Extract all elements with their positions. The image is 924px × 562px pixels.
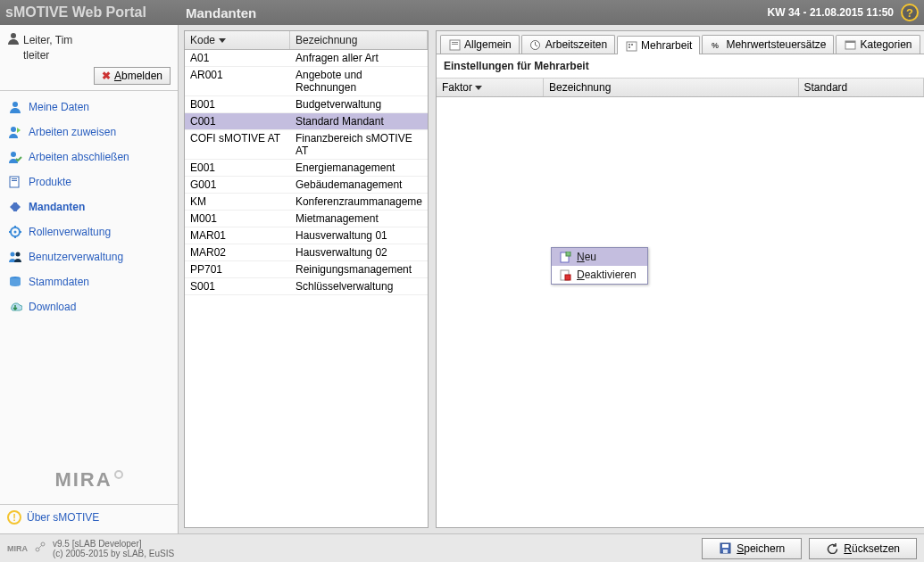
new-file-icon [559, 251, 571, 263]
footer-logo: MIRA [7, 544, 28, 553]
about-link[interactable]: ! Über sMOTIVE [7, 510, 171, 525]
mandanten-icon [7, 200, 23, 214]
svg-rect-7 [13, 202, 17, 211]
kategorien-tab-icon [844, 38, 856, 51]
sidebar-item-label: Download [29, 301, 76, 313]
sidebar-item-label: Mandanten [29, 201, 85, 213]
col-header-kode[interactable]: Kode [185, 31, 290, 49]
cell-kode: PP701 [185, 261, 290, 277]
sidebar-item-label: Produkte [29, 176, 71, 188]
sidebar-item-stammdaten[interactable]: Stammdaten [0, 269, 178, 294]
brand-title: sMOTIVE Web Portal [5, 4, 179, 21]
download-icon [7, 300, 23, 314]
table-row[interactable]: B001Budgetverwaltung [185, 96, 428, 113]
table-row[interactable]: AR001Angebote und Rechnungen [185, 67, 428, 96]
cell-kode: KM [185, 194, 290, 210]
cell-kode: C001 [185, 113, 290, 129]
arbeiten-zuweisen-icon [7, 125, 23, 139]
svg-point-9 [14, 231, 17, 234]
svg-rect-32 [722, 544, 728, 548]
cell-bezeichnung: Hausverwaltung 01 [290, 227, 428, 244]
tab-mwst[interactable]: %Mehrwertsteuersätze [702, 35, 834, 54]
table-row[interactable]: MAR02Hausverwaltung 02 [185, 244, 428, 261]
sidebar-item-meine-daten[interactable]: Meine Daten [0, 95, 178, 120]
nav: Meine DatenArbeiten zuweisenArbeiten abs… [0, 90, 178, 323]
cell-bezeichnung: Finanzbereich sMOTIVE AT [290, 130, 428, 159]
svg-point-28 [36, 548, 39, 551]
svg-rect-15 [452, 44, 458, 45]
sidebar-item-label: Stammdaten [29, 276, 89, 288]
stammdaten-icon [7, 275, 23, 289]
tab-kategorien[interactable]: Kategorien [836, 35, 920, 54]
sidebar-item-label: Meine Daten [29, 101, 89, 113]
mwst-tab-icon: % [710, 38, 722, 51]
sidebar-item-rollenverwaltung[interactable]: Rollenverwaltung [0, 219, 178, 244]
logout-button[interactable]: ✖ Abmelden [94, 67, 171, 85]
section-title: Einstellungen für Mehrarbeit [437, 54, 924, 78]
cell-bezeichnung: Gebäudemanagement [290, 177, 428, 193]
footer-version: v9.5 [sLAB Developer] [53, 539, 174, 549]
tab-mehrarbeit[interactable]: Mehrarbeit [617, 36, 700, 54]
svg-rect-17 [627, 42, 637, 51]
col-header-faktor[interactable]: Faktor [437, 79, 544, 96]
arbeiten-abschliessen-icon [7, 150, 23, 164]
deactivate-icon [559, 269, 571, 281]
cell-bezeichnung: Hausverwaltung 02 [290, 244, 428, 260]
svg-point-10 [11, 252, 15, 257]
cell-kode: COFI sMOTIVE AT [185, 130, 290, 159]
table-row[interactable]: S001Schlüsselverwaltung [185, 278, 428, 295]
svg-rect-4 [10, 177, 19, 187]
reset-button[interactable]: Rücksetzen [809, 538, 917, 559]
close-icon: ✖ [102, 70, 111, 82]
sidebar-item-label: Arbeiten zuweisen [29, 126, 116, 138]
svg-rect-20 [628, 46, 630, 48]
detail-grid-body[interactable]: Neu Deaktivieren [437, 97, 924, 527]
sidebar-item-download[interactable]: Download [0, 294, 178, 319]
svg-point-11 [16, 252, 21, 257]
ctx-neu[interactable]: Neu [552, 248, 647, 266]
sidebar-item-label: Arbeiten abschließen [29, 151, 129, 163]
table-row[interactable]: G001Gebäudemanagement [185, 177, 428, 194]
cell-bezeichnung: Schlüsselverwaltung [290, 278, 428, 294]
cell-bezeichnung: Konferenzraummanageme [290, 194, 428, 210]
tab-allgemein[interactable]: Allgemein [440, 35, 520, 54]
col-header-standard[interactable]: Standard [799, 79, 924, 96]
cell-bezeichnung: Reinigungsmanagement [290, 261, 428, 277]
save-button[interactable]: Speichern [702, 538, 802, 559]
cell-kode: B001 [185, 96, 290, 112]
table-row[interactable]: C001Standard Mandant [185, 113, 428, 130]
allgemein-tab-icon [448, 38, 461, 51]
table-row[interactable]: M001Mietmanagement [185, 211, 428, 227]
tab-label: Mehrarbeit [641, 39, 692, 52]
sidebar-item-arbeiten-abschliessen[interactable]: Arbeiten abschließen [0, 145, 178, 169]
table-row[interactable]: A01Anfragen aller Art [185, 50, 428, 67]
footer-logo-icon [35, 541, 46, 555]
col-header-bezeichnung[interactable]: Bezeichnung [290, 31, 428, 49]
cell-kode: M001 [185, 211, 290, 227]
benutzerverwaltung-icon [7, 250, 23, 264]
svg-text:%: % [712, 41, 719, 50]
sidebar-item-mandanten[interactable]: Mandanten [0, 194, 178, 219]
logout-label-tail: bmelden [121, 70, 162, 82]
sidebar-item-benutzerverwaltung[interactable]: Benutzerverwaltung [0, 244, 178, 269]
arbeitszeiten-tab-icon [529, 38, 542, 51]
footer: MIRA v9.5 [sLAB Developer] (c) 2005-2015… [0, 533, 924, 562]
datetime-label: KW 34 - 21.08.2015 11:50 [768, 6, 894, 19]
svg-rect-6 [12, 180, 17, 181]
ctx-deaktivieren[interactable]: Deaktivieren [552, 266, 647, 284]
sidebar-item-produkte[interactable]: Produkte [0, 169, 178, 194]
help-icon[interactable]: ? [901, 4, 919, 21]
tab-arbeitszeiten[interactable]: Arbeitszeiten [521, 35, 615, 54]
table-row[interactable]: E001Energiemanagement [185, 160, 428, 177]
table-row[interactable]: PP701Reinigungsmanagement [185, 261, 428, 278]
grid-body: A01Anfragen aller ArtAR001Angebote und R… [185, 50, 428, 295]
table-row[interactable]: KMKonferenzraummanageme [185, 194, 428, 211]
table-row[interactable]: COFI sMOTIVE ATFinanzbereich sMOTIVE AT [185, 130, 428, 160]
user-login: tleiter [7, 49, 171, 62]
sidebar-item-label: Rollenverwaltung [29, 226, 111, 238]
col-header-bezeichnung-detail[interactable]: Bezeichnung [544, 79, 799, 96]
sidebar-item-label: Benutzerverwaltung [29, 251, 123, 263]
table-row[interactable]: MAR01Hausverwaltung 01 [185, 227, 428, 244]
mandanten-grid: Kode Bezeichnung A01Anfragen aller ArtAR… [184, 30, 429, 528]
sidebar-item-arbeiten-zuweisen[interactable]: Arbeiten zuweisen [0, 120, 178, 145]
